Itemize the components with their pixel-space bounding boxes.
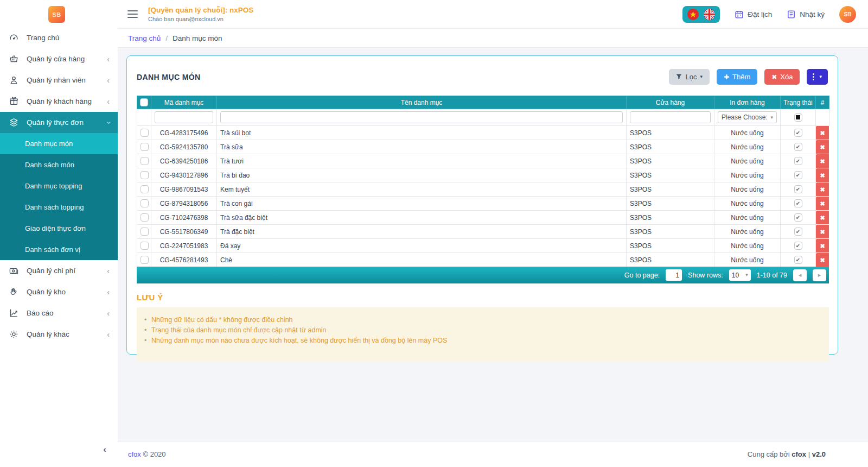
status-checkbox[interactable] xyxy=(794,242,802,250)
row-checkbox[interactable] xyxy=(141,199,149,207)
schedule-button[interactable]: Đặt lịch xyxy=(735,10,772,19)
sidebar-item-report[interactable]: Báo cáo‹ xyxy=(0,302,118,324)
cell-print: Nước uống xyxy=(714,197,781,211)
delete-row-button[interactable]: ✖ xyxy=(816,140,829,154)
staff-icon xyxy=(9,75,19,85)
col-header-code: Mã danh mục xyxy=(151,96,217,109)
sidebar-item-other[interactable]: Quản lý khác‹ xyxy=(0,324,118,345)
sidebar-item-stores[interactable]: Quản lý cửa hàng‹ xyxy=(0,48,118,70)
cell-name: Trà sủi bọt xyxy=(217,126,627,140)
sidebar-subitem[interactable]: Danh sách topping xyxy=(0,197,118,218)
status-checkbox[interactable] xyxy=(794,199,802,207)
note-item: Những dữ liệu có dấu * không được điều c… xyxy=(142,316,824,324)
filter-store-input[interactable] xyxy=(630,111,711,123)
row-checkbox[interactable] xyxy=(141,228,149,236)
footer-brand-link[interactable]: cfox xyxy=(128,450,141,458)
table-row: CG-4576281493ChèS3POSNước uống✖ xyxy=(137,253,829,267)
more-actions-button[interactable]: ▾ xyxy=(807,69,828,85)
caret-down-icon: ▾ xyxy=(819,74,822,79)
page-number-input[interactable] xyxy=(666,269,682,281)
app-logo[interactable]: SB xyxy=(48,6,65,23)
chevron-left-icon: ‹ xyxy=(107,331,110,338)
delete-row-button[interactable]: ✖ xyxy=(816,253,829,267)
next-page-button[interactable]: ▸ xyxy=(813,269,826,281)
show-rows-label: Show rows: xyxy=(688,272,723,279)
delete-row-button[interactable]: ✖ xyxy=(816,197,829,211)
delete-row-button[interactable]: ✖ xyxy=(816,239,829,253)
notes-list: Những dữ liệu có dấu * không được điều c… xyxy=(142,316,824,344)
chevron-left-icon: ‹ xyxy=(107,77,110,84)
sidebar-item-staff[interactable]: Quản lý nhân viên‹ xyxy=(0,70,118,91)
row-checkbox[interactable] xyxy=(141,242,149,250)
cell-code: CG-9867091543 xyxy=(151,182,217,197)
chevron-left-icon: ‹ xyxy=(107,267,110,275)
delete-selected-button[interactable]: ✖ Xóa xyxy=(764,69,800,85)
row-checkbox[interactable] xyxy=(141,143,149,151)
table-row: CG-7102476398Trà sữa đặc biệtS3POSNước u… xyxy=(137,211,829,225)
prev-page-button[interactable]: ◂ xyxy=(793,269,807,281)
uk-flag-icon[interactable] xyxy=(704,9,715,20)
sidebar-subitem[interactable]: Danh mục topping xyxy=(0,175,118,197)
sidebar-collapse-button[interactable]: ‹ xyxy=(103,445,106,454)
row-checkbox[interactable] xyxy=(141,157,149,165)
table-row: CG-2247051983Đá xayS3POSNước uống✖ xyxy=(137,239,829,253)
hamburger-menu-icon[interactable] xyxy=(127,10,138,18)
breadcrumb-home-link[interactable]: Trang chủ xyxy=(128,34,161,42)
status-checkbox[interactable] xyxy=(794,143,802,151)
sidebar-subitem[interactable]: Danh mục món xyxy=(0,133,118,154)
sidebar-item-menu[interactable]: Quản lý thực đơn‹ xyxy=(0,112,118,133)
filter-print-select[interactable]: Please Choose: ▾ xyxy=(718,111,777,123)
cell-store: S3POS xyxy=(627,253,714,267)
filter-name-input[interactable] xyxy=(220,111,623,123)
rows-per-page-select[interactable]: 10 ▾ xyxy=(729,269,751,281)
other-icon xyxy=(9,329,19,339)
cell-name: Kem tuyết xyxy=(217,182,627,197)
filter-button[interactable]: Lọc ▾ xyxy=(669,69,710,85)
status-checkbox[interactable] xyxy=(794,185,802,193)
row-checkbox[interactable] xyxy=(141,171,149,179)
filter-icon xyxy=(676,74,682,80)
row-checkbox[interactable] xyxy=(141,129,149,137)
sidebar-subitem[interactable]: Giao diện thực đơn xyxy=(0,218,118,239)
vietnam-flag-icon[interactable] xyxy=(687,9,699,20)
status-checkbox[interactable] xyxy=(794,171,802,179)
status-checkbox[interactable] xyxy=(794,256,802,264)
user-avatar[interactable]: SB xyxy=(839,6,856,23)
status-checkbox[interactable] xyxy=(794,157,802,165)
chevron-left-icon: ‹ xyxy=(107,98,110,105)
caret-down-icon: ▾ xyxy=(700,74,703,79)
status-checkbox[interactable] xyxy=(794,228,802,236)
status-checkbox[interactable] xyxy=(794,213,802,222)
cell-store: S3POS xyxy=(627,239,714,253)
select-all-checkbox[interactable] xyxy=(140,98,148,106)
filter-status-checkbox[interactable] xyxy=(794,113,802,122)
sidebar-item-warehouse[interactable]: Quản lý kho‹ xyxy=(0,281,118,302)
sidebar-item-home[interactable]: Trang chủ xyxy=(0,27,118,48)
delete-row-button[interactable]: ✖ xyxy=(816,182,829,197)
sidebar-submenu: Danh mục mónDanh sách mónDanh mục toppin… xyxy=(0,133,118,260)
filter-code-input[interactable] xyxy=(155,111,213,123)
status-checkbox[interactable] xyxy=(794,129,802,137)
sidebar-subitem[interactable]: Danh sách món xyxy=(0,154,118,175)
delete-row-button[interactable]: ✖ xyxy=(816,126,829,140)
add-button[interactable]: ✚ Thêm xyxy=(717,69,757,85)
delete-row-button[interactable]: ✖ xyxy=(816,154,829,168)
journal-button[interactable]: Nhật ký xyxy=(787,10,825,19)
delete-row-button[interactable]: ✖ xyxy=(816,225,829,239)
vertical-dots-icon xyxy=(813,73,814,80)
row-checkbox[interactable] xyxy=(141,185,149,193)
delete-row-button[interactable]: ✖ xyxy=(816,168,829,182)
sidebar-item-expense[interactable]: Quản lý chi phí‹ xyxy=(0,260,118,281)
breadcrumb: Trang chủ / Danh mục món xyxy=(118,28,868,48)
col-header-status: Trạng thái xyxy=(781,96,816,109)
note-item: Trạng thái của danh mục món chỉ được cập… xyxy=(142,326,824,334)
sidebar-subitem[interactable]: Danh sách đơn vị xyxy=(0,239,118,260)
row-checkbox[interactable] xyxy=(141,256,149,264)
cell-print: Nước uống xyxy=(714,182,781,197)
row-checkbox[interactable] xyxy=(141,213,149,222)
main-area: [Quyền quản lý chuỗi]: nxPOS Chào bạn qu… xyxy=(118,0,868,467)
cell-store: S3POS xyxy=(627,225,714,239)
sidebar-item-customers[interactable]: Quản lý khách hàng‹ xyxy=(0,91,118,112)
cell-name: Đá xay xyxy=(217,239,627,253)
delete-row-button[interactable]: ✖ xyxy=(816,211,829,225)
